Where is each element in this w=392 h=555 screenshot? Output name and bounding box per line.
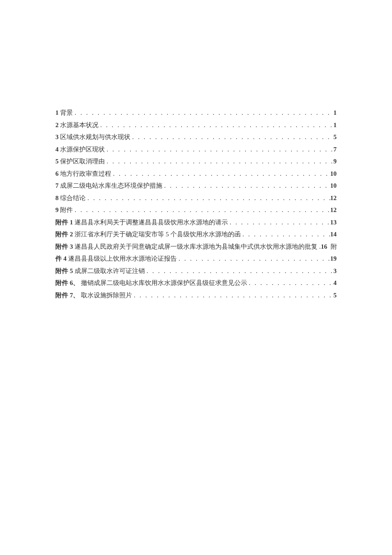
toc-trailing-text: 附: [331, 241, 337, 253]
toc-page-number: 16: [321, 241, 327, 253]
toc-number: 2: [55, 122, 59, 128]
toc-number: 附件 7、: [55, 292, 79, 299]
toc-entry: 6 地方行政审查过程10: [55, 168, 337, 180]
toc-leader-dots: [73, 204, 330, 216]
toc-title: 保护区取消理由: [59, 158, 105, 165]
toc-leader-dots: [247, 277, 334, 289]
toc-title: 成屏二级电站水库生态环境保护措施: [59, 182, 163, 189]
toc-page-number: 19: [330, 253, 337, 265]
toc-title: 遂昌县水利局关于调整遂昌县县级饮用水水源地的请示: [73, 219, 228, 226]
toc-entry: 5 保护区取消理由9: [55, 155, 337, 168]
toc-page-number: 14: [330, 228, 337, 241]
toc-number: 附件 2: [55, 231, 73, 238]
toc-number: 3: [55, 134, 59, 140]
toc-page-number: 13: [330, 216, 337, 229]
toc-entry: 件 4 遂昌县县级以上饮用水水源地论证报告19: [55, 253, 337, 265]
toc-leader-dots: [111, 168, 330, 180]
toc-title: 背景: [59, 109, 73, 116]
toc-entry: 7 成屏二级电站水库生态环境保护措施10: [55, 180, 337, 192]
toc-entry: 附件 7、 取水设施拆除照片5: [55, 289, 337, 302]
toc-label: 5 保护区取消理由: [55, 155, 105, 168]
toc-label: 附件 7、 取水设施拆除照片: [55, 289, 132, 302]
toc-label: 3 区域供水规划与供水现状: [55, 131, 130, 143]
toc-page-number: 10: [330, 168, 337, 180]
toc-entry: 9 附件12: [55, 204, 337, 216]
toc-entry: 附件 1 遂昌县水利局关于调整遂昌县县级饮用水水源地的请示13: [55, 216, 337, 229]
toc-number: 8: [55, 195, 59, 201]
toc-leader-dots: [228, 216, 330, 229]
toc-leader-dots: [86, 192, 330, 204]
toc-title: 综合结论: [59, 195, 86, 201]
toc-title: 遂昌县人民政府关于同意确定成屏一级水库水源地为县城集中式供水饮用水源地的批复: [73, 243, 317, 250]
toc-page-number: 3: [334, 265, 337, 277]
toc-label: 2 水源基本状况: [55, 119, 98, 131]
toc-label: 9 附件: [55, 204, 73, 216]
toc-label: 附件 6、 撤销成屏二级电站水库饮用水水源保护区县级征求意见公示: [55, 277, 247, 289]
toc-leader-dots: [317, 241, 321, 253]
toc-leader-dots: [162, 180, 330, 192]
toc-title: 附件: [59, 206, 73, 213]
toc-leader-dots: [241, 228, 330, 241]
toc-page-number: 1: [334, 107, 337, 119]
toc-entry: 1 背景1: [55, 107, 337, 119]
toc-number: 附件 3: [55, 243, 73, 250]
toc-label: 7 成屏二级电站水库生态环境保护措施: [55, 180, 162, 192]
toc-entry: 附件 2 浙江省水利厅关于确定瑞安市等 5 个县级饮用水水源地的函14: [55, 228, 337, 241]
toc-leader-dots: [98, 119, 333, 131]
toc-label: 8 综合结论: [55, 192, 86, 204]
toc-number: 件 4: [55, 255, 66, 262]
toc-page-number: 10: [330, 180, 337, 192]
toc-leader-dots: [73, 107, 333, 119]
toc-label: 1 背景: [55, 107, 73, 119]
toc-number: 7: [55, 182, 59, 189]
toc-title: 地方行政审查过程: [59, 170, 112, 177]
toc-title: 遂昌县县级以上饮用水水源地论证报告: [66, 255, 177, 262]
toc-leader-dots: [105, 143, 333, 156]
toc-leader-dots: [105, 155, 333, 168]
toc-page-number: 5: [334, 131, 337, 143]
toc-page-number: 5: [334, 289, 337, 302]
toc-title: 区域供水规划与供水现状: [59, 134, 131, 140]
toc-title: 成屏二级取水许可证注销: [73, 267, 145, 274]
toc-number: 附件 6、: [55, 279, 79, 286]
toc-label: 附件 2 浙江省水利厅关于确定瑞安市等 5 个县级饮用水水源地的函: [55, 228, 241, 241]
toc-entry: 3 区域供水规划与供水现状5: [55, 131, 337, 143]
toc-page-number: 12: [330, 204, 337, 216]
toc-label: 件 4 遂昌县县级以上饮用水水源地论证报告: [55, 253, 177, 265]
toc-title: 取水设施拆除照片: [79, 292, 132, 299]
toc-leader-dots: [130, 131, 333, 143]
toc-label: 附件 3 遂昌县人民政府关于同意确定成屏一级水库水源地为县城集中式供水饮用水源地…: [55, 241, 317, 253]
toc-entry: 附件 6、 撤销成屏二级电站水库饮用水水源保护区县级征求意见公示4: [55, 277, 337, 289]
toc-page-number: 7: [334, 143, 337, 156]
toc-leader-dots: [177, 253, 330, 265]
toc-page-number: 1: [334, 119, 337, 131]
toc-entry: 2 水源基本状况1: [55, 119, 337, 131]
toc-page-number: 9: [334, 155, 337, 168]
toc-entry: 8 综合结论12: [55, 192, 337, 204]
toc-number: 附件 1: [55, 219, 73, 226]
toc-label: 附件 1 遂昌县水利局关于调整遂昌县县级饮用水水源地的请示: [55, 216, 228, 229]
toc-title: 水源基本状况: [59, 122, 99, 128]
toc-page-number: 12: [330, 192, 337, 204]
table-of-contents: 1 背景12 水源基本状况13 区域供水规划与供水现状54 水源保护区现状75 …: [55, 107, 337, 301]
toc-number: 5: [55, 158, 59, 165]
toc-label: 附件 5 成屏二级取水许可证注销: [55, 265, 145, 277]
toc-number: 9: [55, 206, 59, 213]
toc-number: 1: [55, 109, 59, 116]
toc-entry: 附件 5 成屏二级取水许可证注销3: [55, 265, 337, 277]
toc-page-number: 4: [334, 277, 337, 289]
toc-label: 4 水源保护区现状: [55, 143, 105, 156]
toc-title: 水源保护区现状: [59, 146, 105, 153]
toc-title: 撤销成屏二级电站水库饮用水水源保护区县级征求意见公示: [79, 279, 247, 286]
toc-number: 附件 5: [55, 267, 73, 274]
toc-leader-dots: [132, 289, 334, 302]
toc-entry: 4 水源保护区现状7: [55, 143, 337, 156]
toc-title: 浙江省水利厅关于确定瑞安市等 5 个县级饮用水水源地的函: [73, 231, 241, 238]
toc-entry: 附件 3 遂昌县人民政府关于同意确定成屏一级水库水源地为县城集中式供水饮用水源地…: [55, 241, 337, 253]
toc-number: 4: [55, 146, 59, 153]
toc-number: 6: [55, 170, 59, 177]
toc-leader-dots: [145, 265, 334, 277]
toc-label: 6 地方行政审查过程: [55, 168, 111, 180]
